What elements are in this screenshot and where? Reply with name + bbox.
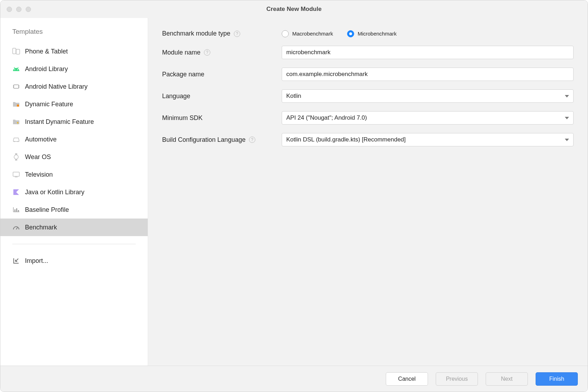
television-icon bbox=[12, 171, 20, 178]
help-icon[interactable]: ? bbox=[234, 31, 240, 37]
chevron-down-icon bbox=[565, 95, 569, 97]
radio-circle-icon bbox=[347, 30, 354, 37]
svg-line-26 bbox=[16, 227, 18, 229]
dynamic-feature-icon bbox=[12, 100, 20, 108]
select-value: Kotlin DSL (build.gradle.kts) [Recommend… bbox=[286, 136, 406, 143]
label-text: Build Configuration Language bbox=[162, 136, 245, 144]
import-icon bbox=[12, 257, 20, 265]
radio-circle-icon bbox=[282, 30, 289, 37]
sidebar-item-label: Phone & Tablet bbox=[25, 48, 68, 55]
label-benchmark-type: Benchmark module type ? bbox=[162, 30, 282, 37]
row-benchmark-type: Benchmark module type ? Macrobenchmark M… bbox=[162, 30, 574, 37]
sidebar-item-android-library[interactable]: Android Library bbox=[0, 60, 148, 78]
svg-point-15 bbox=[18, 141, 19, 142]
svg-rect-13 bbox=[17, 105, 19, 107]
svg-rect-24 bbox=[16, 208, 17, 211]
sidebar-list: Phone & Tablet Android Library Android N… bbox=[0, 43, 148, 236]
radio-label: Macrobenchmark bbox=[292, 31, 333, 37]
sidebar-item-dynamic-feature[interactable]: Dynamic Feature bbox=[0, 95, 148, 113]
sidebar-item-label: Television bbox=[25, 171, 53, 178]
language-select[interactable]: Kotlin bbox=[282, 89, 574, 103]
sidebar-item-wear-os[interactable]: Wear OS bbox=[0, 148, 148, 166]
phone-tablet-icon bbox=[12, 48, 20, 55]
row-package-name: Package name bbox=[162, 68, 574, 81]
label-package-name: Package name bbox=[162, 71, 282, 78]
baseline-profile-icon bbox=[12, 206, 20, 214]
svg-rect-18 bbox=[15, 159, 17, 160]
sidebar-item-label: Automotive bbox=[25, 136, 57, 143]
next-button[interactable]: Next bbox=[486, 372, 528, 386]
sidebar-divider bbox=[12, 244, 136, 244]
wear-os-icon bbox=[12, 153, 20, 161]
cancel-button[interactable]: Cancel bbox=[386, 372, 428, 386]
row-language: Language Kotlin bbox=[162, 89, 574, 103]
module-name-input[interactable] bbox=[282, 46, 574, 59]
svg-point-2 bbox=[14, 69, 15, 70]
radio-microbenchmark[interactable]: Microbenchmark bbox=[347, 30, 397, 37]
radio-label: Microbenchmark bbox=[358, 31, 397, 37]
row-module-name: Module name ? bbox=[162, 46, 574, 59]
sidebar-item-television[interactable]: Television bbox=[0, 166, 148, 183]
java-kotlin-library-icon bbox=[12, 188, 20, 196]
dialog-footer: Cancel Previous Next Finish bbox=[0, 366, 588, 392]
minimum-sdk-select[interactable]: API 24 ("Nougat"; Android 7.0) bbox=[282, 111, 574, 125]
dialog-title: Create New Module bbox=[0, 6, 588, 13]
label-text: Minimum SDK bbox=[162, 114, 203, 122]
benchmark-icon bbox=[12, 223, 20, 231]
titlebar: Create New Module bbox=[0, 0, 588, 18]
sidebar-item-label: Baseline Profile bbox=[25, 206, 69, 214]
svg-rect-0 bbox=[13, 48, 16, 54]
sidebar-item-label: Import... bbox=[25, 257, 48, 265]
instant-dynamic-feature-icon bbox=[12, 118, 20, 126]
svg-point-14 bbox=[14, 141, 15, 142]
sidebar-item-label: Android Native Library bbox=[25, 83, 88, 90]
templates-sidebar: Templates Phone & Tablet Android Library bbox=[0, 18, 148, 366]
android-library-icon bbox=[12, 65, 20, 73]
help-icon[interactable]: ? bbox=[204, 49, 210, 56]
select-value: API 24 ("Nougat"; Android 7.0) bbox=[286, 114, 367, 121]
sidebar-item-benchmark[interactable]: Benchmark bbox=[0, 219, 148, 236]
label-text: Package name bbox=[162, 71, 204, 78]
dialog-body: Templates Phone & Tablet Android Library bbox=[0, 18, 588, 366]
finish-button[interactable]: Finish bbox=[536, 372, 578, 386]
form-area: Benchmark module type ? Macrobenchmark M… bbox=[148, 18, 588, 366]
row-build-config-language: Build Configuration Language ? Kotlin DS… bbox=[162, 133, 574, 146]
sidebar-item-automotive[interactable]: Automotive bbox=[0, 131, 148, 148]
help-icon[interactable]: ? bbox=[249, 137, 255, 143]
chevron-down-icon bbox=[565, 139, 569, 141]
radio-macrobenchmark[interactable]: Macrobenchmark bbox=[282, 30, 333, 37]
svg-rect-23 bbox=[14, 209, 15, 211]
sidebar-item-label: Dynamic Feature bbox=[25, 101, 73, 108]
label-text: Language bbox=[162, 93, 190, 100]
svg-rect-6 bbox=[14, 85, 19, 88]
sidebar-item-label: Java or Kotlin Library bbox=[25, 189, 84, 196]
native-library-icon bbox=[12, 83, 20, 90]
svg-rect-1 bbox=[16, 49, 20, 54]
sidebar-item-label: Instant Dynamic Feature bbox=[25, 118, 94, 126]
sidebar-item-instant-dynamic-feature[interactable]: Instant Dynamic Feature bbox=[0, 113, 148, 131]
sidebar-item-phone-tablet[interactable]: Phone & Tablet bbox=[0, 43, 148, 60]
svg-line-4 bbox=[14, 67, 15, 68]
label-minimum-sdk: Minimum SDK bbox=[162, 114, 282, 122]
svg-point-3 bbox=[17, 69, 18, 70]
sidebar-item-import[interactable]: Import... bbox=[0, 252, 148, 270]
label-module-name: Module name ? bbox=[162, 49, 282, 56]
select-value: Kotlin bbox=[286, 93, 301, 100]
package-name-input[interactable] bbox=[282, 68, 574, 81]
sidebar-item-java-kotlin-library[interactable]: Java or Kotlin Library bbox=[0, 183, 148, 201]
svg-line-5 bbox=[18, 67, 18, 68]
sidebar-item-label: Wear OS bbox=[25, 153, 51, 161]
chevron-down-icon bbox=[565, 117, 569, 119]
benchmark-type-radio-group: Macrobenchmark Microbenchmark bbox=[282, 30, 574, 37]
dialog-window: Create New Module Templates Phone & Tabl… bbox=[0, 0, 588, 392]
build-config-language-select[interactable]: Kotlin DSL (build.gradle.kts) [Recommend… bbox=[282, 133, 574, 146]
svg-rect-25 bbox=[18, 210, 19, 211]
label-language: Language bbox=[162, 93, 282, 100]
sidebar-heading: Templates bbox=[0, 28, 148, 43]
sidebar-item-android-native-library[interactable]: Android Native Library bbox=[0, 78, 148, 95]
previous-button[interactable]: Previous bbox=[436, 372, 478, 386]
automotive-icon bbox=[12, 135, 20, 143]
svg-rect-19 bbox=[13, 172, 19, 176]
sidebar-item-baseline-profile[interactable]: Baseline Profile bbox=[0, 201, 148, 219]
label-build-config-language: Build Configuration Language ? bbox=[162, 136, 282, 144]
